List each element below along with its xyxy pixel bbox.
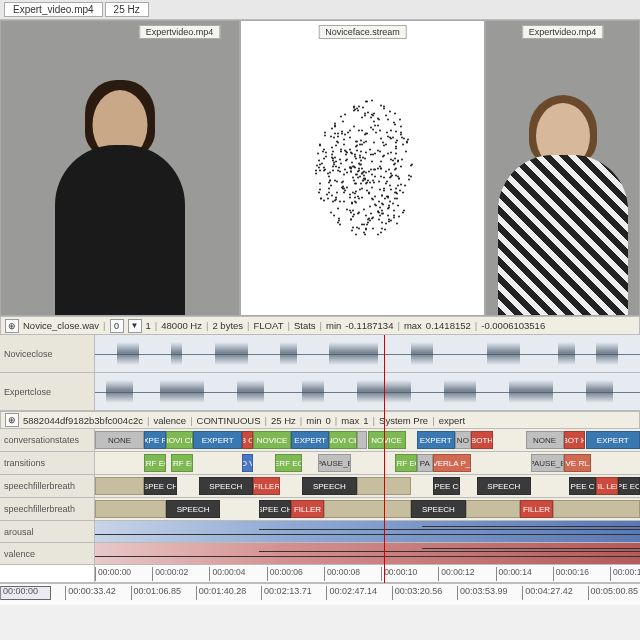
seg[interactable]: FILLER — [291, 500, 324, 518]
tick: 00:00:00 — [95, 567, 131, 581]
ann-role1: System Pre — [379, 415, 428, 426]
tier-label: valence — [0, 543, 95, 564]
seg[interactable]: PAUSE_B — [531, 454, 564, 472]
seg[interactable]: EXPERT — [291, 431, 329, 449]
chan-dropdown-icon[interactable]: ▼ — [128, 319, 142, 333]
video-pane-novice[interactable]: Expertvideo.mp4 — [485, 20, 640, 316]
seg[interactable]: SPEECH — [477, 477, 532, 495]
tier-sfb-novice: speechfillerbreath SPEE CH SPEECH FILLER… — [0, 475, 640, 498]
tick: 00:00:04 — [209, 567, 245, 581]
ann-rate: 25 Hz — [271, 415, 296, 426]
seg[interactable]: OVE RL... — [564, 454, 591, 472]
tier-body-conv[interactable]: NONE EXPE RT NOVI CE EXPERT B O NOVICE E… — [95, 429, 640, 451]
seg[interactable]: EXPERT — [417, 431, 455, 449]
seg[interactable]: NOVICE — [368, 431, 406, 449]
seg[interactable] — [357, 477, 412, 495]
tier-body-sfb2[interactable]: SPEECH SPEE CH FILLER SPEECH FILLER — [95, 498, 640, 520]
ann-role2: expert — [439, 415, 465, 426]
tier-body-trans[interactable]: PERF ECT PERF ECT O V PERF ECT PAUSE_B P… — [95, 452, 640, 474]
tick: 00:01:06.85 — [131, 586, 182, 600]
seg[interactable]: BOT H — [564, 431, 586, 449]
seg[interactable]: EXPERT — [586, 431, 641, 449]
seg[interactable]: SPEECH — [411, 500, 466, 518]
tick: 00:00:08 — [324, 567, 360, 581]
wave-body-novice[interactable] — [95, 335, 640, 372]
expand-icon-2[interactable]: ⊕ — [5, 413, 19, 427]
tier-label: transitions — [0, 452, 95, 474]
video-pane-facemesh[interactable]: Noviceface.stream — [240, 20, 485, 316]
tick: 00:03:53.99 — [457, 586, 508, 600]
seg[interactable]: SPEE CH — [433, 477, 460, 495]
tab-file[interactable]: Expert_video.mp4 — [4, 2, 103, 17]
seg[interactable] — [553, 500, 640, 518]
tick: 00:00:14 — [496, 567, 532, 581]
seg[interactable]: FILLER — [520, 500, 553, 518]
tier-label: speechfillerbreath — [0, 498, 95, 520]
pane-label-expert: Expertvideo.mp4 — [139, 25, 221, 39]
track-label-novice: Noviceclose — [0, 335, 95, 372]
pane-label-novice: Expertvideo.mp4 — [522, 25, 604, 39]
seg[interactable]: PAUSE_B — [318, 454, 351, 472]
tier-label: conversationstates — [0, 429, 95, 451]
wav-rate: 48000 Hz — [161, 320, 202, 331]
chan-value[interactable]: 0 — [110, 319, 124, 333]
tick: 00:00:18 — [610, 567, 640, 581]
seg[interactable] — [466, 500, 521, 518]
seg[interactable]: BOTH — [471, 431, 493, 449]
wave-body-expert[interactable] — [95, 373, 640, 410]
seg[interactable]: OVERLA P_W — [433, 454, 471, 472]
seg[interactable] — [357, 431, 368, 449]
seg[interactable]: PERF ECT — [144, 454, 166, 472]
seg[interactable]: EXPERT — [193, 431, 242, 449]
tier-conversationstates: conversationstates NONE EXPE RT NOVI CE … — [0, 429, 640, 452]
tier-body-valence[interactable] — [95, 543, 640, 564]
seg[interactable]: O V — [242, 454, 253, 472]
seg[interactable]: NO — [455, 431, 471, 449]
ann-max-lbl: max — [341, 415, 359, 426]
annotation-info-bar: ⊕ 5882044df9182b3bfc004c2c | valence | C… — [0, 411, 640, 429]
seg[interactable]: SPEECH — [166, 500, 221, 518]
tier-body-sfb1[interactable]: SPEE CH SPEECH FILLER SPEECH SPEE CH SPE… — [95, 475, 640, 497]
seg[interactable] — [95, 500, 166, 518]
seg[interactable]: B O — [242, 431, 253, 449]
seg[interactable]: PERF ECT — [275, 454, 302, 472]
tier-valence: valence — [0, 543, 640, 565]
seg[interactable]: NOVI CE — [166, 431, 193, 449]
seg[interactable] — [95, 477, 144, 495]
seg[interactable]: SPEE CH — [259, 500, 292, 518]
video-pane-expert[interactable]: Expertvideo.mp4 — [0, 20, 240, 316]
seg[interactable]: SPEECH — [302, 477, 357, 495]
seg[interactable]: NONE — [95, 431, 144, 449]
seg[interactable]: FIL LER — [596, 477, 618, 495]
face-mesh-icon — [303, 91, 423, 246]
seg[interactable]: SPEE CH — [144, 477, 177, 495]
time-ruler-zoom[interactable]: 00:00:0000:00:0200:00:0400:00:0600:00:08… — [0, 565, 640, 583]
video-row: Expertvideo.mp4 Noviceface.stream Expert… — [0, 20, 640, 316]
ann-id: 5882044df9182b3bfc004c2c — [23, 415, 143, 426]
tier-body-arousal[interactable] — [95, 521, 640, 542]
seg[interactable] — [324, 500, 411, 518]
tick: 00:04:27.42 — [522, 586, 573, 600]
time-ruler-full[interactable]: 00:00:0000:00:33.4200:01:06.8500:01:40.2… — [0, 583, 640, 605]
tick: 00:00:16 — [553, 567, 589, 581]
seg[interactable]: PERF ECT — [171, 454, 193, 472]
seg[interactable]: PERF ECT — [395, 454, 417, 472]
tick: 00:00:06 — [267, 567, 303, 581]
seg[interactable]: EXPE RT — [144, 431, 166, 449]
tab-rate[interactable]: 25 Hz — [105, 2, 149, 17]
seg[interactable]: PA — [417, 454, 433, 472]
seg[interactable]: SPEE CH — [569, 477, 596, 495]
tier-sfb-expert: speechfillerbreath SPEECH SPEE CH FILLER… — [0, 498, 640, 521]
expand-icon[interactable]: ⊕ — [5, 319, 19, 333]
seg[interactable]: FILLER — [253, 477, 280, 495]
seg[interactable]: SPEECH — [199, 477, 254, 495]
seg[interactable]: NONE — [526, 431, 564, 449]
wave-track-novice: Noviceclose — [0, 335, 640, 373]
seg[interactable]: NOVI CE — [329, 431, 356, 449]
tick: 00:05:00.85 — [588, 586, 639, 600]
wav-max-v: 0.1418152 — [426, 320, 471, 331]
seg[interactable]: NOVICE — [253, 431, 291, 449]
wav-stats[interactable]: Stats — [294, 320, 316, 331]
seg[interactable]: SPE ECH — [618, 477, 640, 495]
ann-mode: CONTINUOUS — [197, 415, 261, 426]
